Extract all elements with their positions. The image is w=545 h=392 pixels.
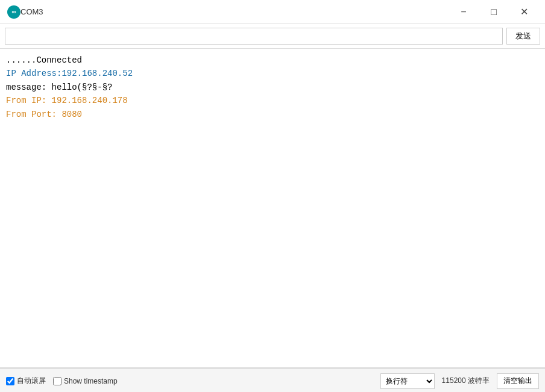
close-button[interactable]: ✕ [510, 2, 538, 22]
console-line: From Port: 8080 [6, 108, 539, 121]
auto-scroll-checkbox[interactable] [6, 377, 14, 385]
input-row: 发送 [0, 24, 545, 49]
console-line: IP Address:192.168.240.52 [6, 67, 539, 80]
title-bar: ∞ COM3 − □ ✕ [0, 0, 545, 24]
auto-scroll-label[interactable]: 自动滚屏 [6, 376, 46, 386]
line-ending-select[interactable]: 换行符无行结束符换行回车换行并回车 [380, 373, 435, 389]
serial-input[interactable] [5, 28, 503, 45]
clear-output-button[interactable]: 清空输出 [497, 373, 539, 389]
auto-scroll-text: 自动滚屏 [17, 376, 46, 386]
console-area: ......ConnectedIP Address:192.168.240.52… [0, 49, 545, 368]
show-timestamp-text: Show timestamp [64, 377, 118, 385]
app-logo: ∞ [7, 5, 20, 19]
logo-text: ∞ [11, 8, 16, 15]
console-line: From IP: 192.168.240.178 [6, 94, 539, 107]
show-timestamp-checkbox[interactable] [53, 377, 61, 385]
send-button[interactable]: 发送 [506, 28, 540, 45]
maximize-button[interactable]: □ [480, 2, 508, 22]
window-controls: − □ ✕ [450, 2, 538, 22]
show-timestamp-label[interactable]: Show timestamp [53, 377, 118, 385]
console-line: ......Connected [6, 54, 539, 67]
console-line: message: hello(§?§-§? [6, 81, 539, 94]
bottom-bar: 自动滚屏 Show timestamp 换行符无行结束符换行回车换行并回车 11… [0, 368, 545, 392]
minimize-button[interactable]: − [450, 2, 477, 22]
window-title: COM3 [20, 7, 450, 16]
baud-rate-label: 115200 波特率 [442, 376, 490, 386]
